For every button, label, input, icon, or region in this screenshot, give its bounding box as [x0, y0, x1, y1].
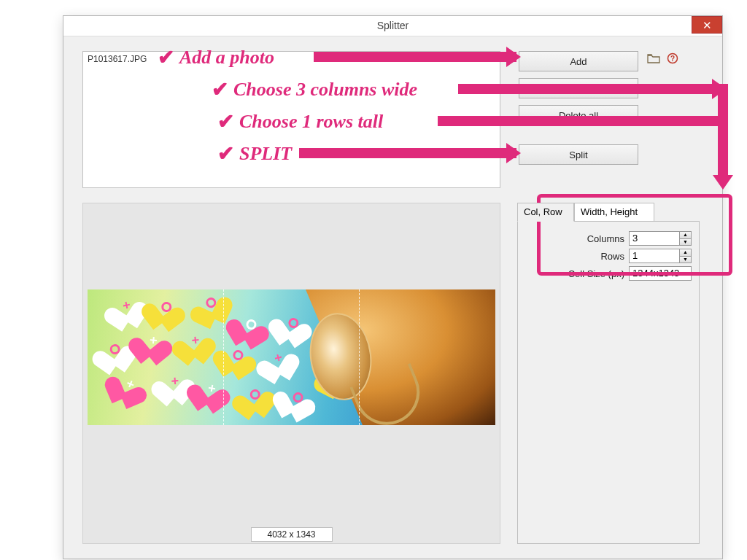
cellsize-value: 1344x1343: [629, 266, 692, 281]
file-list-item[interactable]: P1013617.JPG: [83, 52, 500, 66]
tab-col-row[interactable]: Col, Row: [517, 203, 574, 222]
toolbar-icons: ?: [647, 52, 679, 65]
tab-body: Columns 3 ▲ ▼ Rows 1 ▲: [517, 221, 700, 544]
window-body: P1013617.JPG Add Delete Delete all Split…: [71, 41, 715, 551]
heart-icon: [276, 309, 310, 340]
cellsize-label: Cell Size (px): [568, 268, 624, 279]
cellsize-row: Cell Size (px) 1344x1343: [568, 265, 692, 281]
close-button[interactable]: ✕: [692, 16, 722, 34]
heart-icon: [98, 335, 132, 366]
columns-step-up[interactable]: ▲: [679, 232, 691, 239]
close-icon: ✕: [703, 19, 712, 31]
split-guide-line: [223, 289, 224, 425]
heart-icon: +: [137, 327, 169, 357]
columns-label: Columns: [587, 233, 624, 244]
columns-value[interactable]: 3: [630, 232, 679, 245]
help-icon[interactable]: ?: [666, 52, 679, 65]
preview-pane[interactable]: + + + + + + +: [82, 203, 500, 544]
settings-panel: Col, Row Width, Height Columns 3 ▲ ▼ Row…: [517, 203, 700, 544]
columns-step-down[interactable]: ▼: [679, 239, 691, 246]
split-button[interactable]: Split: [519, 144, 638, 165]
window-title: Splitter: [377, 20, 409, 31]
heart-icon: +: [179, 327, 212, 357]
split-guide-line: [359, 289, 360, 425]
rows-row: Rows 1 ▲ ▼: [600, 248, 692, 264]
tab-width-height[interactable]: Width, Height: [574, 203, 654, 222]
heart-icon: [239, 381, 272, 411]
rows-step-down[interactable]: ▼: [679, 257, 691, 263]
action-buttons: Add Delete Delete all Split: [519, 51, 638, 171]
file-list[interactable]: P1013617.JPG: [82, 51, 500, 188]
add-button[interactable]: Add: [519, 51, 638, 71]
heart-icon: [150, 293, 183, 323]
splitter-window: Splitter ✕ P1013617.JPG Add Delete Delet…: [63, 15, 723, 559]
delete-button[interactable]: Delete: [519, 78, 638, 98]
folder-icon[interactable]: [647, 52, 660, 65]
tabs: Col, Row Width, Height: [517, 203, 700, 222]
heart-icon: +: [110, 291, 144, 323]
columns-spinner[interactable]: 3 ▲ ▼: [629, 231, 692, 246]
heart-icon: [221, 341, 255, 373]
svg-text:?: ?: [670, 55, 675, 63]
titlebar: Splitter ✕: [63, 16, 722, 36]
rows-label: Rows: [600, 251, 624, 262]
bucket-illustration: [306, 289, 495, 425]
preview-image: + + + + + + +: [88, 289, 495, 425]
delete-all-button[interactable]: Delete all: [519, 105, 638, 125]
rows-value[interactable]: 1: [630, 249, 679, 262]
columns-row: Columns 3 ▲ ▼: [587, 230, 692, 246]
rows-spinner[interactable]: 1 ▲ ▼: [629, 249, 692, 263]
rows-step-up[interactable]: ▲: [679, 249, 691, 257]
heart-icon: +: [261, 343, 296, 376]
image-dimensions-status: 4032 x 1343: [251, 527, 333, 542]
